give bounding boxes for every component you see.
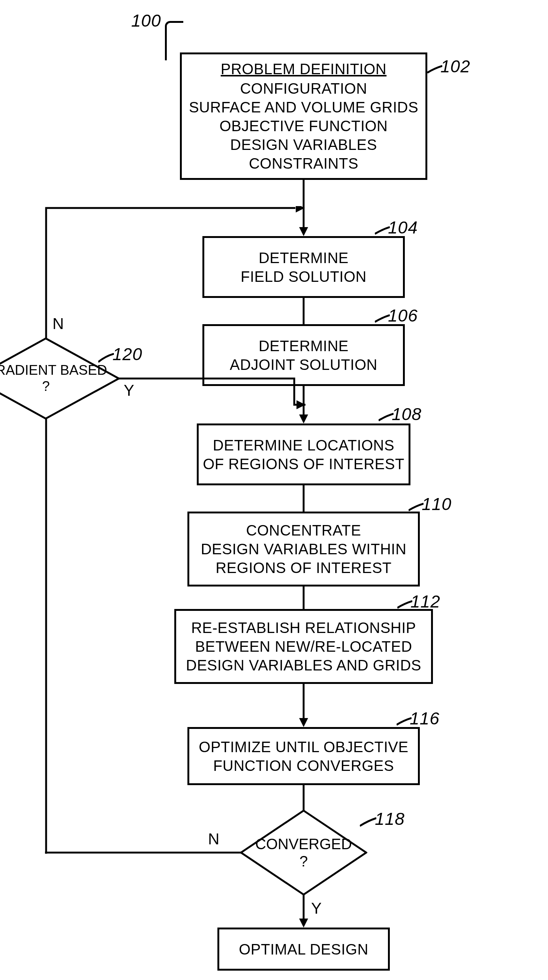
box-116-line: OPTIMIZE UNTIL OBJECTIVE	[199, 738, 408, 756]
figure-label: 100	[131, 11, 161, 31]
box-116: OPTIMIZE UNTIL OBJECTIVE FUNCTION CONVER…	[187, 727, 420, 785]
yn-120-y: Y	[124, 382, 134, 399]
label-120: 120	[112, 344, 142, 364]
conn-120-y	[119, 377, 306, 437]
leader-110	[409, 502, 424, 514]
box-102-line: CONFIGURATION	[240, 79, 367, 98]
leader-104	[375, 226, 390, 237]
leader-106	[375, 314, 390, 325]
box-110: CONCENTRATE DESIGN VARIABLES WITHIN REGI…	[187, 512, 420, 587]
box-106-line: DETERMINE	[259, 337, 349, 355]
leader-118	[360, 817, 376, 828]
conn-108-110	[298, 485, 309, 512]
label-106: 106	[388, 305, 418, 326]
leader-112	[397, 600, 412, 611]
box-102-title: PROBLEM DEFINITION	[221, 60, 386, 78]
box-112: RE-ESTABLISH RELATIONSHIP BETWEEN NEW/RE…	[174, 609, 433, 684]
box-110-line: CONCENTRATE	[246, 521, 361, 540]
label-116: 116	[410, 708, 440, 729]
box-112-line: RE-ESTABLISH RELATIONSHIP	[191, 618, 416, 637]
box-108-line: OF REGIONS OF INTEREST	[203, 455, 405, 473]
box-108-line: DETERMINE LOCATIONS	[213, 436, 394, 455]
diamond-120-line: GRADIENT BASED	[0, 363, 107, 379]
label-112: 112	[411, 591, 440, 612]
box-102: PROBLEM DEFINITION CONFIGURATION SURFACE…	[180, 52, 427, 180]
diamond-118: CONVERGED ?	[240, 810, 367, 896]
box-116-line: FUNCTION CONVERGES	[213, 756, 394, 775]
box-106-line: ADJOINT SOLUTION	[230, 355, 378, 374]
svg-marker-8	[299, 718, 308, 727]
yn-120-n: N	[53, 315, 64, 333]
box-112-line: BETWEEN NEW/RE-LOCATED	[195, 637, 412, 656]
conn-118-final	[298, 894, 309, 928]
conn-120-n	[44, 206, 307, 339]
yn-118-y: Y	[311, 899, 322, 917]
svg-marker-12	[299, 918, 308, 928]
conn-112-116	[298, 684, 309, 727]
box-112-line: DESIGN VARIABLES AND GRIDS	[186, 656, 421, 675]
leader-102	[427, 64, 442, 76]
diamond-118-line: ?	[299, 853, 308, 870]
leader-108	[379, 412, 393, 423]
conn-110-112	[298, 587, 309, 609]
diamond-120: GRADIENT BASED ?	[0, 337, 120, 420]
box-110-line: DESIGN VARIABLES WITHIN	[201, 540, 407, 558]
diamond-118-line: CONVERGED	[255, 835, 352, 853]
box-final-line: OPTIMAL DESIGN	[239, 940, 368, 959]
conn-feedback-vert-lower	[44, 418, 48, 854]
leader-120	[98, 353, 114, 364]
label-108: 108	[392, 404, 422, 424]
box-102-line: SURFACE AND VOLUME GRIDS	[189, 98, 418, 116]
yn-118-n: N	[208, 830, 219, 848]
box-102-line: OBJECTIVE FUNCTION	[219, 116, 387, 135]
flowchart-canvas: 100 PROBLEM DEFINITION CONFIGURATION SUR…	[0, 0, 548, 980]
box-102-line: CONSTRAINTS	[249, 154, 358, 173]
label-102: 102	[440, 56, 470, 76]
box-102-line: DESIGN VARIABLES	[230, 135, 377, 154]
label-104: 104	[388, 217, 418, 238]
leader-116	[397, 716, 411, 728]
conn-116-118	[298, 785, 309, 813]
conn-118-left	[45, 851, 242, 854]
svg-marker-17	[296, 206, 305, 213]
diamond-120-line: ?	[42, 379, 50, 395]
label-118: 118	[375, 809, 405, 829]
label-110: 110	[422, 494, 452, 514]
box-110-line: REGIONS OF INTEREST	[215, 558, 392, 577]
svg-marker-16	[296, 400, 306, 409]
box-final: OPTIMAL DESIGN	[217, 928, 390, 970]
